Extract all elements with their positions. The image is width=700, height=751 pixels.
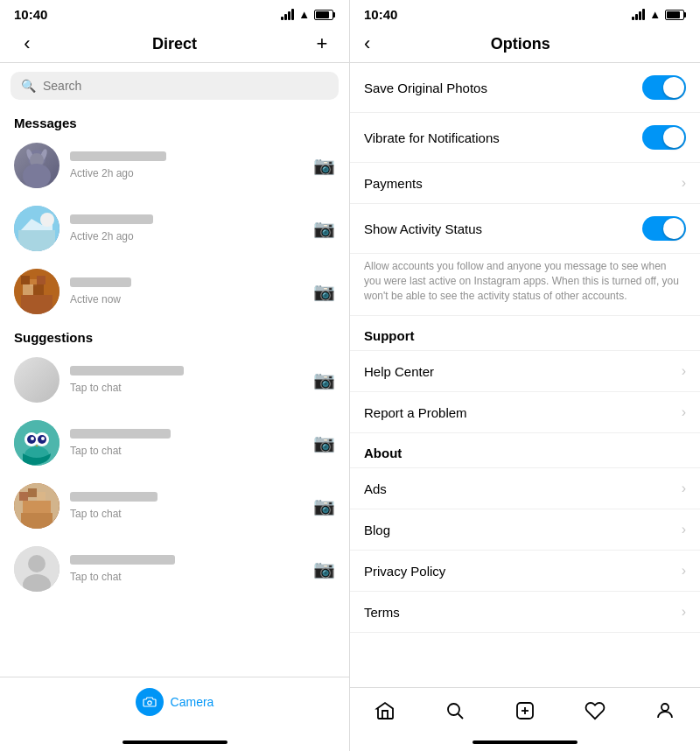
toggle-knob bbox=[663, 127, 684, 148]
message-status: Active 2h ago bbox=[70, 167, 306, 179]
camera-label: Camera bbox=[171, 695, 214, 709]
status-icons-left: ▲ bbox=[281, 8, 335, 21]
svg-point-34 bbox=[147, 700, 150, 704]
time-right: 10:40 bbox=[364, 7, 397, 22]
home-indicator-bar-left bbox=[122, 740, 228, 744]
avatar bbox=[14, 269, 60, 314]
svg-rect-30 bbox=[21, 513, 52, 529]
terms-option[interactable]: Terms › bbox=[350, 592, 700, 633]
message-item[interactable]: Active 2h ago 📷 bbox=[0, 134, 349, 197]
avatar bbox=[14, 206, 60, 251]
privacy-policy-option[interactable]: Privacy Policy › bbox=[350, 551, 700, 592]
options-header: ‹ Options bbox=[350, 25, 700, 63]
payments-option[interactable]: Payments › bbox=[350, 163, 700, 204]
report-problem-option[interactable]: Report a Problem › bbox=[350, 392, 700, 433]
support-section-label: Support bbox=[350, 316, 700, 351]
camera-button[interactable]: 📷 bbox=[313, 218, 335, 239]
show-activity-status-label: Show Activity Status bbox=[364, 221, 482, 236]
payments-label: Payments bbox=[364, 176, 423, 191]
suggestion-item[interactable]: Tap to chat 📷 bbox=[0, 474, 349, 537]
svg-point-40 bbox=[662, 704, 668, 711]
save-original-photos-toggle[interactable] bbox=[642, 75, 686, 100]
ads-option[interactable]: Ads › bbox=[350, 468, 700, 509]
activity-description: Allow accounts you follow and anyone you… bbox=[350, 254, 700, 316]
suggestion-info: Tap to chat bbox=[70, 429, 306, 457]
new-message-button[interactable]: + bbox=[309, 32, 335, 55]
message-status: Active 2h ago bbox=[70, 230, 306, 242]
messages-section-label: Messages bbox=[0, 109, 349, 134]
camera-button[interactable]: 📷 bbox=[313, 281, 335, 302]
options-panel: 10:40 ▲ ‹ Options Save Original Photos bbox=[350, 0, 700, 751]
svg-rect-10 bbox=[21, 276, 30, 284]
home-indicator-bar-right bbox=[472, 740, 578, 744]
back-button-right[interactable]: ‹ bbox=[364, 32, 370, 55]
user-name-blur bbox=[70, 492, 158, 502]
svg-point-35 bbox=[448, 704, 459, 715]
message-info: Active now bbox=[70, 277, 306, 305]
suggestion-item[interactable]: Tap to chat 📷 bbox=[0, 411, 349, 474]
help-center-option[interactable]: Help Center › bbox=[350, 351, 700, 392]
search-nav-button[interactable] bbox=[438, 697, 472, 730]
user-name-blur bbox=[70, 277, 131, 287]
tap-to-chat: Tap to chat bbox=[70, 382, 306, 394]
user-name-blur bbox=[70, 214, 153, 224]
wifi-icon-right: ▲ bbox=[649, 8, 661, 21]
camera-button[interactable]: 📷 bbox=[313, 155, 335, 176]
suggestion-info: Tap to chat bbox=[70, 366, 306, 394]
user-name-blur bbox=[70, 151, 166, 161]
tap-to-chat: Tap to chat bbox=[70, 445, 306, 457]
svg-rect-27 bbox=[28, 488, 37, 497]
about-section-label: About bbox=[350, 433, 700, 468]
camera-button[interactable]: 📷 bbox=[313, 495, 335, 516]
svg-rect-29 bbox=[23, 501, 51, 513]
suggestion-item[interactable]: Tap to chat 📷 bbox=[0, 537, 349, 600]
bottom-nav bbox=[350, 687, 700, 733]
show-activity-status-toggle[interactable] bbox=[642, 216, 686, 241]
status-bar-left: 10:40 ▲ bbox=[0, 0, 349, 25]
avatar bbox=[14, 420, 60, 466]
camera-button[interactable]: 📷 bbox=[313, 369, 335, 390]
vibrate-notifications-toggle[interactable] bbox=[642, 125, 686, 150]
bottom-camera-bar: Camera bbox=[0, 677, 349, 733]
camera-bottom-icon[interactable] bbox=[136, 688, 164, 716]
svg-point-21 bbox=[31, 437, 34, 440]
save-original-photos-option[interactable]: Save Original Photos bbox=[350, 63, 700, 113]
user-name-blur bbox=[70, 366, 184, 376]
battery-icon-right bbox=[665, 10, 686, 20]
avatar bbox=[14, 143, 60, 188]
home-nav-button[interactable] bbox=[368, 697, 402, 730]
blog-option[interactable]: Blog › bbox=[350, 509, 700, 551]
wifi-icon-left: ▲ bbox=[298, 8, 310, 21]
avatar bbox=[14, 357, 60, 403]
chevron-right-icon: › bbox=[682, 404, 686, 420]
svg-point-32 bbox=[28, 555, 46, 572]
activity-nav-button[interactable] bbox=[578, 697, 612, 730]
search-input[interactable] bbox=[43, 79, 328, 93]
search-bar[interactable]: 🔍 bbox=[10, 72, 339, 100]
add-nav-button[interactable] bbox=[508, 697, 542, 730]
suggestion-info: Tap to chat bbox=[70, 555, 306, 583]
save-original-photos-label: Save Original Photos bbox=[364, 81, 487, 95]
show-activity-status-option[interactable]: Show Activity Status bbox=[350, 204, 700, 254]
chevron-right-icon: › bbox=[682, 522, 686, 537]
camera-button[interactable]: 📷 bbox=[313, 558, 335, 579]
back-button-left[interactable]: ‹ bbox=[14, 32, 40, 55]
message-item[interactable]: Active now 📷 bbox=[0, 260, 349, 323]
profile-nav-button[interactable] bbox=[648, 697, 682, 730]
toggle-knob bbox=[663, 218, 684, 239]
message-item[interactable]: Active 2h ago 📷 bbox=[0, 197, 349, 260]
toggle-knob bbox=[663, 77, 684, 98]
message-info: Active 2h ago bbox=[70, 214, 306, 242]
message-list: Messages Active 2h ago 📷 bbox=[0, 109, 349, 677]
status-icons-right: ▲ bbox=[632, 8, 686, 21]
suggestion-item[interactable]: Tap to chat 📷 bbox=[0, 348, 349, 411]
home-indicator-left bbox=[0, 733, 349, 751]
svg-rect-15 bbox=[21, 295, 52, 314]
camera-button[interactable]: 📷 bbox=[313, 432, 335, 453]
message-info: Active 2h ago bbox=[70, 151, 306, 179]
svg-rect-13 bbox=[23, 284, 33, 295]
chevron-right-icon: › bbox=[682, 604, 686, 620]
vibrate-notifications-option[interactable]: Vibrate for Notifications bbox=[350, 113, 700, 163]
battery-icon-left bbox=[314, 10, 335, 20]
blog-label: Blog bbox=[364, 523, 390, 537]
